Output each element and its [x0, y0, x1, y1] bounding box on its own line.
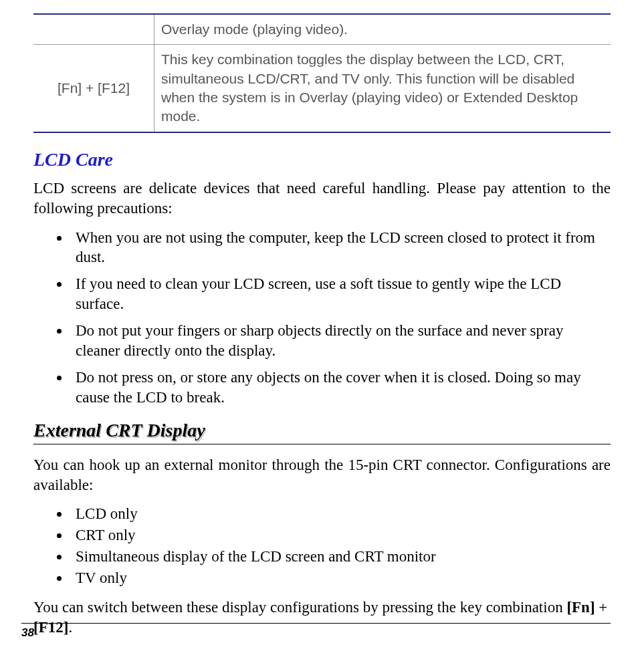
- hotkey-cell: [Fn] + [F12]: [33, 45, 154, 132]
- outro-text: You can switch between these display con…: [33, 599, 566, 616]
- lcd-care-list: When you are not using the computer, kee…: [33, 228, 611, 408]
- page-number: 38: [21, 626, 611, 640]
- list-item: TV only: [70, 568, 611, 588]
- page-footer: 38: [21, 623, 611, 640]
- hotkey-description: Overlay mode (playing video).: [154, 14, 611, 45]
- list-item: If you need to clean your LCD screen, us…: [70, 274, 611, 314]
- hotkey-table: Overlay mode (playing video). [Fn] + [F1…: [33, 13, 611, 133]
- hotkey-description: This key combination toggles the display…: [154, 45, 611, 132]
- list-item: When you are not using the computer, kee…: [70, 228, 611, 268]
- outro-plus: +: [595, 599, 608, 616]
- table-row: Overlay mode (playing video).: [33, 14, 611, 45]
- table-row: [Fn] + [F12] This key combination toggle…: [33, 45, 611, 132]
- list-item: Do not press on, or store any objects on…: [70, 368, 611, 408]
- list-item: LCD only: [70, 504, 611, 524]
- document-page: Overlay mode (playing video). [Fn] + [F1…: [0, 0, 644, 649]
- lcd-care-intro: LCD screens are delicate devices that ne…: [33, 178, 611, 219]
- ext-crt-intro: You can hook up an external monitor thro…: [33, 455, 611, 495]
- list-item: Do not put your fingers or sharp objects…: [70, 321, 611, 361]
- heading-external-crt: External CRT Display: [33, 420, 611, 441]
- ext-crt-list: LCD only CRT only Simultaneous display o…: [33, 504, 611, 588]
- list-item: Simultaneous display of the LCD screen a…: [70, 547, 611, 567]
- section-divider: [33, 444, 611, 444]
- key-combo-fn: [Fn]: [566, 599, 595, 616]
- heading-lcd-care: LCD Care: [33, 149, 611, 170]
- hotkey-cell-empty: [33, 14, 154, 45]
- footer-rule: [21, 623, 611, 624]
- list-item: CRT only: [70, 525, 611, 545]
